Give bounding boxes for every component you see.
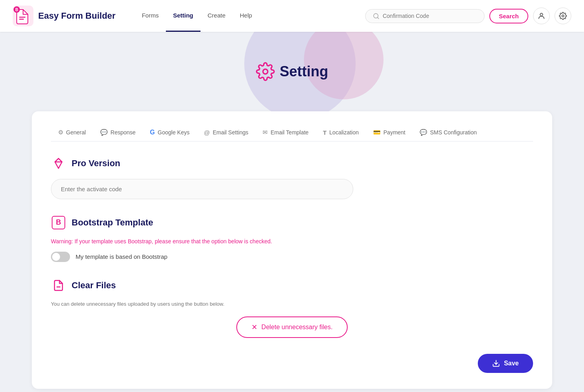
- localization-tab-icon: T: [323, 129, 327, 136]
- file-minus-icon: [53, 279, 64, 291]
- delete-unnecessary-files-button[interactable]: ✕ Delete unnecessary files.: [236, 316, 348, 338]
- clear-files-icon-box: [51, 278, 66, 293]
- sms-tab-icon: 💬: [420, 129, 427, 136]
- delete-button-container: ✕ Delete unnecessary files.: [51, 316, 533, 338]
- clear-files-title: Clear Files: [72, 280, 116, 291]
- tab-response-label: Response: [111, 129, 136, 136]
- email-template-tab-icon: ✉: [263, 129, 268, 136]
- header-right: Search: [365, 8, 571, 24]
- search-icon: [373, 13, 380, 19]
- svg-line-6: [378, 17, 379, 18]
- footer-actions: Save: [51, 354, 533, 373]
- google-tab-icon: G: [150, 129, 155, 136]
- pro-version-header: Pro Version: [51, 156, 533, 171]
- save-icon: [492, 359, 500, 367]
- clear-files-header: Clear Files: [51, 278, 533, 293]
- svg-rect-1: [19, 17, 25, 18]
- tab-email-settings-label: Email Settings: [213, 129, 248, 136]
- svg-text:B: B: [15, 8, 18, 12]
- general-tab-icon: ⚙: [58, 129, 63, 136]
- user-icon: [537, 12, 545, 20]
- settings-tabs: ⚙ General 💬 Response G Google Keys @ Ema…: [51, 124, 533, 142]
- tab-general[interactable]: ⚙ General: [51, 124, 93, 142]
- hero-section: Setting: [0, 32, 584, 111]
- tab-payment[interactable]: 💳 Payment: [366, 124, 413, 142]
- bootstrap-header: B Bootstrap Template: [51, 215, 533, 230]
- clear-files-section: Clear Files You can delete unnecessary f…: [51, 278, 533, 338]
- svg-point-8: [562, 15, 564, 17]
- nav-setting[interactable]: Setting: [166, 0, 201, 32]
- tab-sms-label: SMS Configuration: [430, 129, 477, 136]
- app-logo-text: Easy Form Builder: [38, 11, 115, 21]
- save-button[interactable]: Save: [478, 354, 533, 373]
- tab-localization-label: Localization: [329, 129, 359, 136]
- bootstrap-section: B Bootstrap Template Warning: If your te…: [51, 215, 533, 262]
- header: B Easy Form Builder Forms Setting Create…: [0, 0, 584, 32]
- nav-help[interactable]: Help: [233, 0, 259, 32]
- tab-sms-configuration[interactable]: 💬 SMS Configuration: [413, 124, 484, 142]
- toggle-slider: [51, 252, 70, 262]
- delete-button-label: Delete unnecessary files.: [261, 324, 333, 331]
- bootstrap-warning: Warning: If your template uses Bootstrap…: [51, 238, 533, 245]
- tab-email-settings[interactable]: @ Email Settings: [197, 124, 255, 142]
- bootstrap-toggle-label: My template is based on Bootstrap: [76, 253, 167, 260]
- delete-x-icon: ✕: [251, 323, 257, 332]
- svg-rect-2: [19, 19, 24, 20]
- tab-email-template-label: Email Template: [271, 129, 308, 136]
- diamond-icon: [53, 157, 64, 169]
- response-tab-icon: 💬: [100, 129, 108, 136]
- logo-area: B Easy Form Builder: [13, 6, 115, 26]
- settings-icon-button[interactable]: [555, 8, 571, 24]
- hero-title: Setting: [256, 62, 328, 81]
- activate-code-input[interactable]: [51, 179, 353, 199]
- tab-payment-label: Payment: [383, 129, 405, 136]
- bootstrap-icon-box: B: [51, 215, 66, 230]
- bootstrap-toggle[interactable]: [51, 252, 70, 262]
- tab-email-template[interactable]: ✉ Email Template: [255, 124, 315, 142]
- clear-files-description: You can delete unnecessary files uploade…: [51, 301, 533, 307]
- bootstrap-b-icon: B: [52, 216, 65, 229]
- pro-version-section: Pro Version: [51, 156, 533, 199]
- tab-response[interactable]: 💬 Response: [93, 124, 143, 142]
- svg-point-7: [540, 13, 543, 16]
- pro-version-icon-box: [51, 156, 66, 171]
- tab-localization[interactable]: T Localization: [316, 124, 366, 142]
- settings-card: ⚙ General 💬 Response G Google Keys @ Ema…: [32, 111, 552, 389]
- nav-forms[interactable]: Forms: [134, 0, 166, 32]
- nav-create[interactable]: Create: [201, 0, 233, 32]
- main-content: ⚙ General 💬 Response G Google Keys @ Ema…: [0, 111, 584, 392]
- tab-google-keys[interactable]: G Google Keys: [143, 124, 197, 142]
- hero-gear-icon: [256, 62, 275, 81]
- hero-title-text: Setting: [280, 63, 328, 80]
- pro-version-title: Pro Version: [72, 158, 120, 169]
- payment-tab-icon: 💳: [373, 129, 381, 136]
- main-nav: Forms Setting Create Help: [134, 0, 365, 32]
- gear-icon: [559, 12, 567, 20]
- search-input[interactable]: [383, 13, 477, 19]
- app-logo-icon: B: [13, 6, 33, 26]
- bootstrap-title: Bootstrap Template: [72, 217, 153, 228]
- bootstrap-toggle-row: My template is based on Bootstrap: [51, 252, 533, 262]
- save-button-label: Save: [504, 360, 519, 367]
- tab-google-keys-label: Google Keys: [158, 129, 189, 136]
- search-box: [365, 9, 485, 23]
- svg-point-9: [263, 69, 268, 74]
- svg-marker-10: [55, 158, 62, 168]
- email-settings-tab-icon: @: [204, 129, 210, 136]
- search-button[interactable]: Search: [489, 9, 528, 23]
- user-icon-button[interactable]: [533, 8, 550, 24]
- tab-general-label: General: [66, 129, 86, 136]
